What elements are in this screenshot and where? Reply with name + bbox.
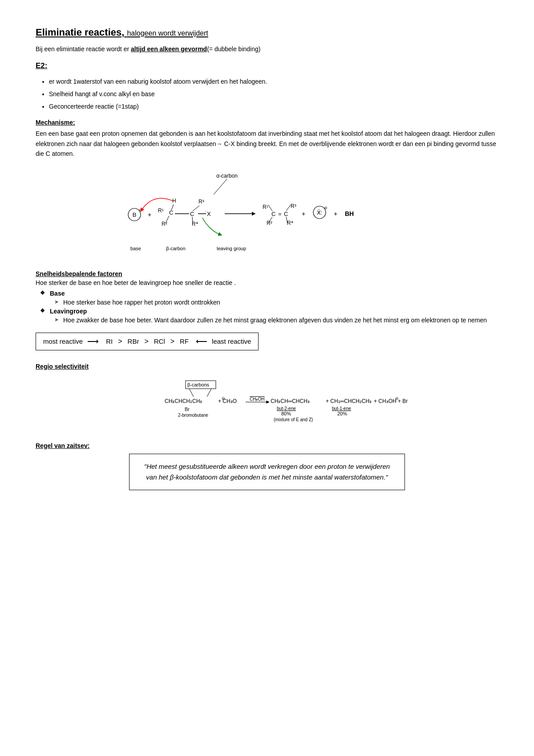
gt-2: >: [144, 337, 148, 345]
e2-bullet-1: er wordt 1waterstof van een naburig kool…: [49, 77, 498, 87]
mechanisme-section: Mechanisme: Een een base gaat een proton…: [36, 119, 498, 159]
snelheid-leaving-sub-text: Hoe zwakker de base hoe beter. Want daar…: [63, 317, 487, 324]
mechanism-svg: α-carbon base β-carbon leaving group B ⊖…: [111, 168, 423, 257]
snelheid-heading-text: Snelheidsbepalende factoren: [36, 270, 122, 277]
regio-diagram: β-carbons CH₃CHCH₂CH₃ + CH₃O ⊖ CH₃OH CH₃…: [36, 375, 498, 433]
snelheid-item-leaving: Leavingroep Hoe zwakker de base hoe bete…: [40, 308, 498, 324]
svg-text:R²: R²: [267, 220, 272, 226]
snelheid-list: Base Hoe sterker base hoe rapper het pro…: [40, 290, 498, 324]
reactivity-rf: RF: [180, 337, 189, 345]
svg-line-18: [193, 206, 199, 211]
mechanisme-text: Een een base gaat een proton opnemen dat…: [36, 129, 498, 159]
svg-text:C: C: [271, 211, 275, 217]
intro-text: Bij een elimintatie reactie wordt er alt…: [36, 45, 498, 53]
svg-text:2-bromobutane: 2-bromobutane: [178, 413, 208, 418]
svg-text:+: +: [148, 211, 151, 218]
svg-text:80%: 80%: [281, 411, 291, 416]
svg-line-1: [214, 179, 227, 195]
zaitsev-box: "Het meest gesubstitueerde alkeen wordt …: [129, 454, 405, 490]
mechanisme-heading-text: Mechanisme:: [36, 119, 75, 126]
svg-line-44: [189, 389, 194, 397]
regio-heading-text: Regio selectiviteit: [36, 363, 89, 370]
mechanism-diagram: α-carbon base β-carbon leaving group B ⊖…: [36, 168, 498, 257]
svg-line-14: [166, 216, 169, 223]
reactivity-ri: RI: [106, 337, 113, 345]
svg-text:⊖: ⊖: [222, 396, 225, 401]
snelheid-leaving-sub-1: Hoe zwakker de base hoe beter. Want daar…: [54, 317, 498, 324]
svg-text:β-carbon: β-carbon: [166, 246, 186, 251]
svg-text:R⁴: R⁴: [287, 220, 293, 226]
svg-text:Br: Br: [185, 406, 190, 412]
svg-text:X: X: [207, 211, 211, 217]
snelheid-body: Hoe sterker de base en hoe beter de leav…: [36, 279, 236, 286]
svg-line-34: [286, 205, 291, 211]
svg-text:α-carbon: α-carbon: [216, 173, 238, 179]
svg-text:R¹: R¹: [263, 204, 268, 210]
zaitsev-quote-text: "Het meest gesubstitueerde alkeen wordt …: [144, 463, 390, 481]
mechanisme-heading: Mechanisme:: [36, 119, 498, 126]
svg-text:+: +: [334, 210, 337, 217]
e2-bullet-3: Geconcerteerde reactie (=1stap): [49, 102, 498, 112]
svg-text:leaving group: leaving group: [217, 246, 246, 251]
regio-section: Regio selectiviteit β-carbons CH₃CHCH₂CH…: [36, 363, 498, 433]
title-subtitle: halogeen wordt verwijdert: [127, 29, 208, 37]
intro-after: (= dubbele binding): [207, 45, 260, 53]
svg-text:CH₃OH: CH₃OH: [250, 397, 264, 402]
arrow-right-1: ⟶: [87, 337, 99, 346]
svg-text:C: C: [284, 211, 288, 217]
page-title: Eliminatie reacties, halogeen wordt verw…: [36, 27, 498, 38]
reactivity-rcl: RCl: [154, 337, 165, 345]
svg-text:⊖: ⊖: [324, 206, 328, 210]
reactivity-bar: most reactive ⟶ RI > RBr > RCl > RF ⟵ le…: [36, 333, 259, 350]
svg-text:R³: R³: [291, 203, 296, 209]
svg-text:+  CH₃O: + CH₃O: [218, 398, 237, 404]
zaitsev-section: Regel van zaitsev: "Het meest gesubstitu…: [36, 442, 498, 490]
intro-before: Bij een elimintatie reactie wordt er: [36, 45, 131, 53]
snelheid-base-sub-1: Hoe sterker base hoe rapper het proton w…: [54, 299, 498, 306]
mechanisme-body: Een een base gaat een proton opnemen dat…: [36, 130, 496, 157]
snelheid-item-base: Base Hoe sterker base hoe rapper het pro…: [40, 290, 498, 306]
e2-heading: E2:: [36, 61, 498, 70]
most-reactive-label: most reactive: [43, 337, 83, 345]
svg-text:CH₃CHCH₂CH₃: CH₃CHCH₂CH₃: [165, 398, 202, 404]
svg-line-45: [207, 389, 211, 397]
svg-text:CH₃CH═CHCH₃: CH₃CH═CHCH₃: [271, 398, 310, 404]
svg-text:=: =: [278, 211, 282, 217]
e2-bullet-2: Snelheid hangt af v.conc alkyl en base: [49, 89, 498, 100]
svg-text:BH: BH: [345, 210, 354, 217]
snelheid-leaving-sub: Hoe zwakker de base hoe beter. Want daar…: [54, 317, 498, 324]
svg-text:but-1-ene: but-1-ene: [332, 406, 351, 411]
zaitsev-label: Regel van zaitsev:: [36, 442, 498, 449]
snelheid-base-label: Base: [50, 290, 65, 297]
reactivity-container: most reactive ⟶ RI > RBr > RCl > RF ⟵ le…: [36, 333, 498, 350]
svg-text:Ẍ:: Ẍ:: [317, 209, 323, 216]
svg-text:base: base: [130, 246, 141, 251]
svg-text:but-2-ene: but-2-ene: [277, 406, 296, 411]
svg-line-32: [268, 205, 272, 211]
e2-heading-text: E2:: [36, 61, 47, 70]
svg-text:⊖: ⊖: [395, 396, 399, 401]
title-main: Eliminatie reacties,: [36, 27, 124, 38]
snelheid-heading: Snelheidsbepalende factoren: [36, 270, 498, 277]
regio-svg: β-carbons CH₃CHCH₂CH₃ + CH₃O ⊖ CH₃OH CH₃…: [120, 375, 414, 433]
gt-3: >: [170, 337, 174, 345]
e2-bullet-list: er wordt 1waterstof van een naburig kool…: [49, 77, 498, 112]
regio-heading: Regio selectiviteit: [36, 363, 498, 370]
svg-text:C: C: [169, 209, 173, 216]
gt-1: >: [118, 337, 122, 345]
snelheid-leaving-label: Leavingroep: [50, 308, 87, 315]
arrow-left-1: ⟵: [196, 337, 207, 346]
svg-text:B: B: [133, 211, 137, 218]
snelheid-base-sub-text: Hoe sterker base hoe rapper het proton w…: [63, 299, 220, 306]
intro-bold: altijd een alkeen gevormd: [131, 45, 207, 53]
svg-text:(mixture of E and Z): (mixture of E and Z): [274, 417, 313, 422]
least-reactive-label: least reactive: [212, 337, 251, 345]
svg-text:R¹: R¹: [158, 207, 164, 214]
zaitsev-label-text: Regel van zaitsev:: [36, 442, 89, 449]
svg-text:+: +: [302, 210, 305, 217]
svg-text:+  CH₃OH  +  Br: + CH₃OH + Br: [374, 398, 408, 404]
snelheid-base-sub: Hoe sterker base hoe rapper het proton w…: [54, 299, 498, 306]
svg-text:R³: R³: [198, 199, 204, 205]
svg-text:C: C: [190, 211, 194, 217]
snelheid-text: Hoe sterker de base en hoe beter de leav…: [36, 279, 498, 286]
